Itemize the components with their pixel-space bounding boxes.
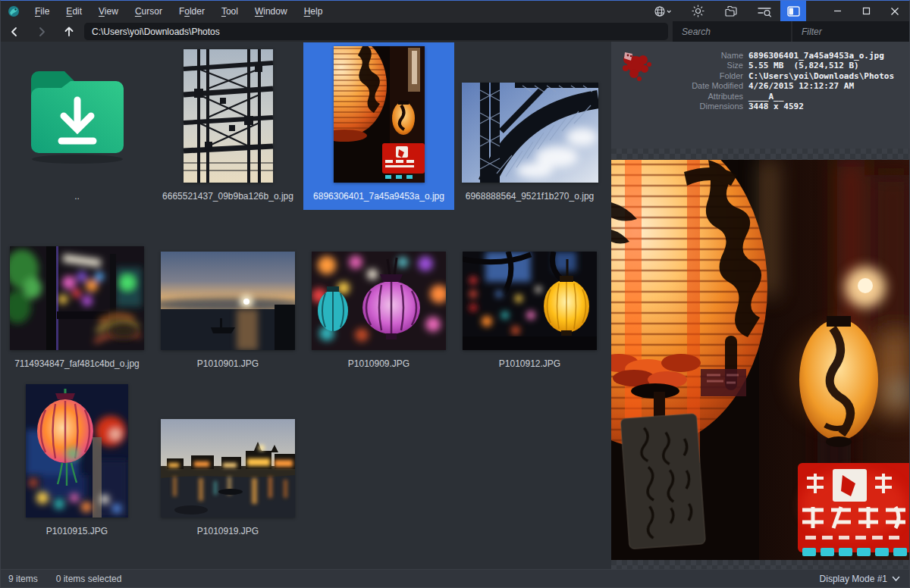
- menu-edit[interactable]: Edit: [59, 3, 89, 20]
- item-label: 6665521437_09b9ba126b_o.jpg: [162, 190, 293, 202]
- info-label: Folder: [654, 71, 743, 81]
- panel-toggle-button[interactable]: [780, 1, 806, 21]
- thumbnail-image: [26, 384, 128, 518]
- sun-icon: [692, 5, 704, 17]
- item-label: P1010901.JPG: [197, 358, 259, 370]
- items-count: 9 items: [8, 574, 38, 584]
- forward-button[interactable]: [28, 21, 55, 42]
- thumbnail-image: [161, 419, 295, 518]
- minimize-icon: [833, 7, 842, 15]
- thumbnail-image: [10, 246, 144, 350]
- thumbnail-gallery: ..: [1, 42, 611, 571]
- thumbnail-image: [312, 252, 446, 350]
- gallery-item-P1010919[interactable]: P1010919.JPG: [152, 377, 303, 545]
- item-label: 6896306401_7a45a9453a_o.jpg: [313, 190, 444, 202]
- search-box[interactable]: [673, 21, 791, 42]
- file-info-section: Name6896306401_7a45a9453a_o.jpg Size5.55…: [611, 42, 910, 149]
- thumbnail-image: [334, 46, 425, 183]
- folders-icon: [724, 5, 738, 17]
- chevron-left-icon: [9, 27, 20, 37]
- thumbnail-image: [463, 252, 597, 350]
- folders-button[interactable]: [720, 2, 742, 20]
- info-value-dimensions: 3448 x 4592: [743, 102, 804, 111]
- address-bar[interactable]: [84, 23, 668, 40]
- item-label: 7114934847_faf481c4bd_o.jpg: [14, 358, 140, 370]
- close-icon: [890, 7, 899, 16]
- menu-help[interactable]: Help: [297, 3, 330, 20]
- arrow-up-icon: [64, 26, 74, 37]
- info-label: Dimensions: [654, 102, 743, 111]
- item-label: P1010909.JPG: [348, 358, 410, 370]
- app-window: File Edit View Cursor Folder Tool Window…: [0, 0, 910, 588]
- menubar: File Edit View Cursor Folder Tool Window…: [28, 3, 329, 20]
- info-value-folder: C:\Users\yoi\Downloads\Photos: [743, 71, 894, 81]
- titlebar-actions: [650, 1, 909, 21]
- menu-view[interactable]: View: [92, 3, 125, 20]
- up-button[interactable]: [55, 21, 83, 42]
- info-value-name: 6896306401_7a45a9453a_o.jpg: [743, 51, 884, 61]
- menu-window[interactable]: Window: [248, 3, 294, 20]
- menu-folder[interactable]: Folder: [172, 3, 212, 20]
- item-label: P1010912.JPG: [499, 358, 560, 370]
- thumbnail-image: [184, 49, 273, 183]
- titlebar: File Edit View Cursor Folder Tool Window…: [1, 1, 909, 21]
- language-button[interactable]: [651, 2, 674, 20]
- downloads-folder-icon: [20, 56, 134, 166]
- gallery-item-P1010915[interactable]: P1010915.JPG: [2, 377, 152, 545]
- thumbnail-image: [161, 252, 295, 350]
- gallery-item-6896306401[interactable]: 6896306401_7a45a9453a_o.jpg: [303, 42, 454, 210]
- back-button[interactable]: [1, 21, 28, 42]
- minimize-button[interactable]: [823, 1, 852, 21]
- preview-panel: Name6896306401_7a45a9453a_o.jpg Size5.55…: [611, 42, 910, 571]
- info-label: Name: [654, 51, 743, 61]
- split-panel-icon: [787, 6, 800, 17]
- preview-image[interactable]: [611, 160, 910, 560]
- item-label: P1010919.JPG: [197, 525, 259, 537]
- selected-count: 0 items selected: [56, 574, 122, 584]
- thumbnail-image: [462, 83, 598, 183]
- gallery-item-7114934847[interactable]: 7114934847_faf481c4bd_o.jpg: [2, 210, 152, 377]
- gallery-item-P1010901[interactable]: P1010901.JPG: [152, 210, 303, 377]
- chevron-right-icon: [36, 27, 47, 37]
- preview-photo-lanterns: [611, 160, 910, 560]
- item-label: ..: [74, 190, 80, 202]
- maximize-button[interactable]: [852, 1, 880, 21]
- navigation-toolbar: [1, 21, 909, 42]
- info-value-size: 5.55 MB (5,824,512 B): [743, 61, 859, 70]
- theme-brightness-button[interactable]: [686, 2, 709, 20]
- menu-file[interactable]: File: [28, 3, 56, 20]
- filter-box[interactable]: [792, 21, 909, 42]
- maximize-icon: [862, 7, 871, 15]
- info-label: Date Modified: [654, 81, 743, 91]
- file-info-fields: Name6896306401_7a45a9453a_o.jpg Size5.55…: [654, 46, 905, 149]
- transparency-checker: [611, 149, 910, 160]
- address-input[interactable]: [92, 27, 661, 37]
- gallery-item-parent-folder[interactable]: ..: [2, 42, 152, 210]
- gallery-item-P1010909[interactable]: P1010909.JPG: [303, 210, 454, 377]
- filter-input[interactable]: [802, 27, 900, 37]
- advanced-search-button[interactable]: [753, 2, 776, 20]
- item-label: P1010915.JPG: [46, 525, 108, 537]
- statusbar: 9 items 0 items selected Display Mode #1: [1, 569, 909, 587]
- gallery-item-P1010912[interactable]: P1010912.JPG: [454, 210, 605, 377]
- close-button[interactable]: [880, 1, 909, 21]
- gallery-item-6665521437[interactable]: 6665521437_09b9ba126b_o.jpg: [152, 42, 303, 210]
- info-value-date: 4/26/2015 12:12:27 AM: [743, 81, 854, 91]
- search-list-icon: [757, 5, 772, 17]
- search-input[interactable]: [682, 27, 782, 37]
- globe-icon: [654, 5, 672, 17]
- info-value-attributes: ____A__: [743, 92, 783, 102]
- display-mode-label: Display Mode #1: [820, 574, 887, 584]
- info-label: Size: [654, 61, 743, 70]
- app-logo-icon: [7, 5, 20, 18]
- chevron-down-icon: [892, 576, 900, 582]
- gallery-item-6968888564[interactable]: 6968888564_9521f1b270_o.jpg: [454, 42, 605, 210]
- red-splat-app-icon: [619, 48, 654, 83]
- menu-tool[interactable]: Tool: [215, 3, 245, 20]
- info-label: Attributes: [654, 92, 743, 102]
- display-mode-dropdown[interactable]: Display Mode #1: [820, 574, 909, 584]
- menu-cursor[interactable]: Cursor: [128, 3, 169, 20]
- item-label: 6968888564_9521f1b270_o.jpg: [466, 190, 595, 202]
